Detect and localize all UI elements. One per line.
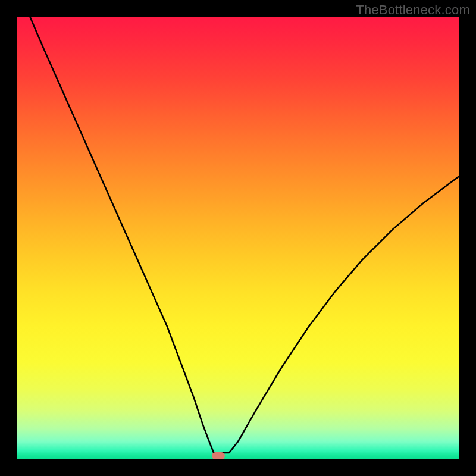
plot-area — [17, 17, 459, 459]
curve-svg — [17, 17, 459, 459]
watermark-label: TheBottleneck.com — [356, 2, 470, 18]
chart-frame: TheBottleneck.com — [0, 0, 476, 476]
optimal-point-marker — [212, 452, 225, 459]
bottleneck-curve — [30, 17, 459, 453]
